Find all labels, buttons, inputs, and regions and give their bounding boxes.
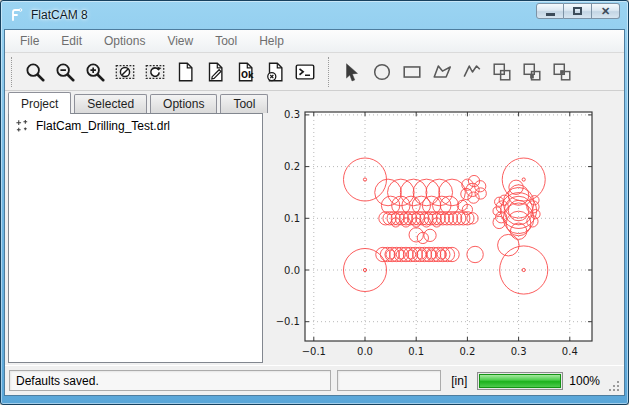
tree-item-label: FlatCam_Drilling_Test.drl <box>36 119 170 133</box>
select-tool-button[interactable] <box>337 58 367 86</box>
resize-grip-icon[interactable] <box>608 380 620 392</box>
cancel-edit-button[interactable] <box>260 58 290 86</box>
progress-bar <box>477 372 563 390</box>
zoom-fit-button[interactable] <box>20 58 50 86</box>
cursor-arrow-icon <box>341 61 363 83</box>
update-geometry-button[interactable]: Ok <box>230 58 260 86</box>
main-area: Project Selected Options Tool FlatCam_Dr… <box>5 91 624 365</box>
minimize-icon <box>546 13 555 16</box>
circle-tool-button[interactable] <box>367 58 397 86</box>
tab-selected[interactable]: Selected <box>74 94 147 113</box>
tab-options[interactable]: Options <box>150 94 217 113</box>
polygon-icon <box>431 61 453 83</box>
command-line-button[interactable] <box>290 58 320 86</box>
intersection-icon <box>521 61 543 83</box>
left-panel: Project Selected Options Tool FlatCam_Dr… <box>5 91 263 365</box>
zoom-in-icon <box>84 61 106 83</box>
path-tool-button[interactable] <box>457 58 487 86</box>
clear-plot-button[interactable] <box>110 58 140 86</box>
menu-help[interactable]: Help <box>248 31 295 51</box>
flatcam-logo-icon <box>9 7 25 23</box>
tab-tool[interactable]: Tool <box>220 94 268 113</box>
clear-plot-icon <box>114 61 136 83</box>
replot-button[interactable] <box>140 58 170 86</box>
tab-project[interactable]: Project <box>8 92 71 114</box>
edit-file-icon <box>204 61 226 83</box>
cancel-file-icon <box>264 61 286 83</box>
close-icon: ✕ <box>601 6 610 17</box>
status-message: Defaults saved. <box>9 370 331 391</box>
svg-text:0.1: 0.1 <box>284 213 300 224</box>
menu-view[interactable]: View <box>156 31 204 51</box>
shell-icon <box>294 61 316 83</box>
replot-icon <box>144 61 166 83</box>
progress-percent: 100% <box>569 374 600 388</box>
rectangle-tool-button[interactable] <box>397 58 427 86</box>
units-label: [in] <box>447 374 471 388</box>
subtract-icon <box>551 61 573 83</box>
svg-text:0.1: 0.1 <box>408 346 424 357</box>
svg-text:Ok: Ok <box>241 69 254 79</box>
new-geometry-button[interactable] <box>170 58 200 86</box>
svg-text:0.3: 0.3 <box>511 346 527 357</box>
toolbar-group-geometry <box>328 57 581 87</box>
rectangle-icon <box>401 61 423 83</box>
union-tool-button[interactable] <box>487 58 517 86</box>
caption-buttons: ✕ <box>536 3 620 19</box>
menu-tool[interactable]: Tool <box>204 31 248 51</box>
circle-icon <box>371 61 393 83</box>
svg-text:0.4: 0.4 <box>562 346 578 357</box>
plot-canvas[interactable]: −0.10.00.10.20.30.4−0.10.00.10.20.3 <box>263 91 624 365</box>
maximize-icon <box>573 7 582 15</box>
svg-text:0.2: 0.2 <box>284 161 300 172</box>
new-file-icon <box>174 61 196 83</box>
subtract-tool-button[interactable] <box>547 58 577 86</box>
minimize-button[interactable] <box>536 3 564 19</box>
drill-plot: −0.10.00.10.20.30.4−0.10.00.10.20.3 <box>263 91 628 369</box>
zoom-out-button[interactable] <box>50 58 80 86</box>
progress-fill <box>479 374 561 388</box>
svg-text:0.2: 0.2 <box>459 346 475 357</box>
intersection-tool-button[interactable] <box>517 58 547 86</box>
svg-text:0.0: 0.0 <box>357 346 373 357</box>
status-bar: Defaults saved. [in] 100% <box>5 365 624 395</box>
menu-bar: File Edit Options View Tool Help <box>5 30 624 53</box>
toolbar: Ok <box>5 53 624 91</box>
menu-edit[interactable]: Edit <box>50 31 93 51</box>
svg-text:−0.1: −0.1 <box>276 316 300 327</box>
close-button[interactable]: ✕ <box>592 3 620 19</box>
zoom-in-button[interactable] <box>80 58 110 86</box>
svg-text:0.0: 0.0 <box>284 265 300 276</box>
toolbar-group-view: Ok <box>11 57 324 87</box>
maximize-button[interactable] <box>564 3 592 19</box>
tab-bar: Project Selected Options Tool <box>8 91 263 113</box>
status-secondary-panel <box>337 370 441 391</box>
app-window: FlatCAM 8 ✕ File Edit Options View Tool … <box>0 0 629 405</box>
tree-item-drill-file[interactable]: FlatCam_Drilling_Test.drl <box>9 114 262 135</box>
edit-geometry-button[interactable] <box>200 58 230 86</box>
polygon-tool-button[interactable] <box>427 58 457 86</box>
project-tree[interactable]: FlatCam_Drilling_Test.drl <box>8 113 263 363</box>
svg-text:0.3: 0.3 <box>284 109 300 120</box>
title-bar[interactable]: FlatCAM 8 ✕ <box>1 1 628 29</box>
zoom-out-icon <box>54 61 76 83</box>
path-icon <box>461 61 483 83</box>
drill-points-icon <box>15 118 30 133</box>
ok-file-icon: Ok <box>234 61 256 83</box>
client-area: File Edit Options View Tool Help <box>4 29 625 396</box>
menu-options[interactable]: Options <box>93 31 156 51</box>
menu-file[interactable]: File <box>9 31 50 51</box>
svg-text:−0.1: −0.1 <box>302 346 326 357</box>
union-icon <box>491 61 513 83</box>
window-title: FlatCAM 8 <box>31 8 88 22</box>
zoom-fit-icon <box>24 61 46 83</box>
